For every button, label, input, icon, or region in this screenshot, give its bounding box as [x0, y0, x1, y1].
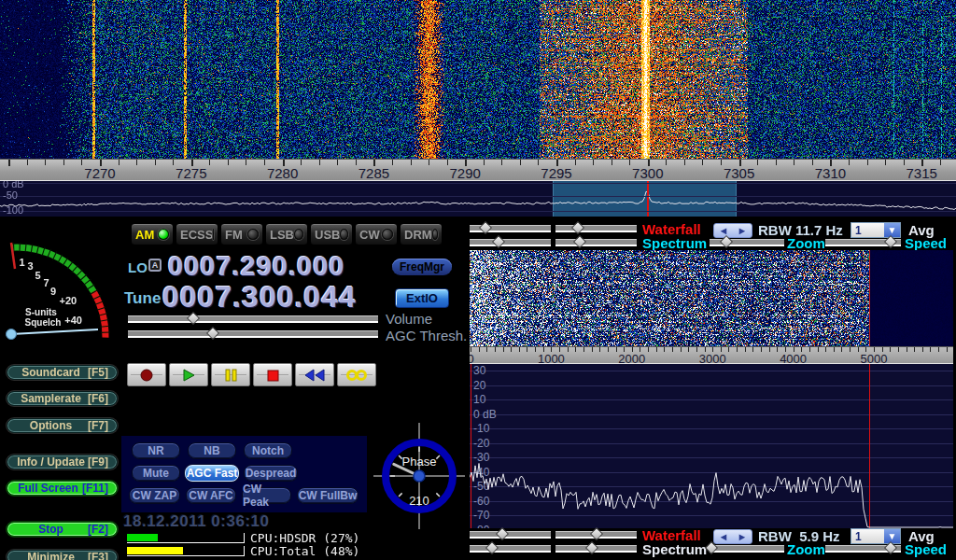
phase-indicator[interactable]: Phase210 [373, 423, 465, 529]
scale-tick [940, 160, 941, 165]
nb-button[interactable]: NB [188, 442, 236, 459]
cw-fullbw-button[interactable]: CW FullBw [297, 487, 358, 504]
scale-tick [752, 347, 753, 352]
rbw-spin-control[interactable]: ◄► [713, 223, 752, 238]
mute-button[interactable]: Mute [132, 465, 180, 482]
db-gridline [0, 183, 956, 184]
record-button[interactable] [127, 363, 166, 386]
scale-tick [173, 160, 174, 165]
lo-mode-badge[interactable]: A [148, 259, 162, 272]
mode-button-lsb[interactable]: LSB [265, 223, 308, 245]
mode-button-am[interactable]: AM [131, 223, 174, 245]
scale-label: 7295 [541, 165, 571, 181]
contrast-slider-2[interactable] [470, 239, 551, 246]
brightness-slider[interactable] [555, 531, 637, 539]
scale-tick [27, 160, 28, 165]
speed-slider[interactable] [825, 239, 901, 246]
full-screen-button[interactable]: Full Screen[F11] [7, 481, 118, 496]
despread-button[interactable]: Despread [244, 465, 298, 482]
pause-button[interactable] [211, 363, 250, 386]
speed-label: Speed [905, 235, 947, 251]
scale-tick [890, 347, 891, 352]
chevron-down-icon[interactable]: ▼ [884, 223, 900, 237]
spectrum-label: Spectrum [642, 235, 707, 251]
arrow-left-icon[interactable]: ◄ [719, 225, 729, 236]
scale-tick [907, 347, 907, 352]
scale-label: 2000 [618, 352, 645, 364]
mode-button-row: AMECSSFMLSBUSBCWDRM [0, 223, 467, 245]
audio-spectrum-trace [470, 364, 953, 528]
arrow-left-icon[interactable]: ◄ [719, 531, 729, 542]
scale-tick [527, 347, 527, 352]
mode-button-usb[interactable]: USB [310, 223, 353, 245]
audio-spectrum-display[interactable]: 3020100 dB-10-20-30-40-50-60-70-80 [470, 364, 953, 528]
scale-tick [520, 160, 521, 165]
scale-tick [947, 347, 948, 352]
rf-spectrum-display[interactable]: 0 dB-50-100 [0, 181, 956, 217]
cw-zap-button[interactable]: CW ZAP [129, 487, 180, 504]
play-button[interactable] [169, 363, 208, 386]
speed-slider[interactable] [825, 545, 901, 553]
contrast-slider[interactable] [470, 225, 551, 232]
loop-button[interactable] [337, 363, 376, 386]
freqmgr-button[interactable]: FreqMgr [392, 259, 452, 275]
tune-frequency-display[interactable]: 0007.300.044 [162, 280, 357, 315]
audio-frequency-scale[interactable]: 010002000300040005000 [470, 346, 953, 364]
rf-waterfall-display[interactable] [0, 0, 956, 159]
spectrum-label: Spectrum [642, 541, 707, 557]
avg-select[interactable]: 1▼ [851, 222, 901, 238]
nr-button[interactable]: NR [132, 442, 180, 459]
scale-tick [904, 160, 905, 165]
rbw-spin-control[interactable]: ◄► [713, 529, 752, 544]
svg-text:210: 210 [409, 494, 429, 508]
scale-tick [702, 160, 703, 165]
volume-slider[interactable] [128, 315, 378, 323]
avg-select[interactable]: 1▼ [851, 528, 901, 544]
info-update-button[interactable]: Info / Update[F9] [7, 455, 118, 469]
speed-label: Speed [905, 541, 947, 557]
brightness-slider-2[interactable] [555, 239, 637, 246]
contrast-slider[interactable] [470, 531, 551, 539]
mode-button-cw[interactable]: CW [355, 223, 398, 245]
cw-peak-button[interactable]: CW Peak [242, 487, 291, 504]
extio-button[interactable]: ExtIO [395, 288, 449, 308]
svg-text:3: 3 [27, 260, 33, 272]
cw-afc-button[interactable]: CW AFC [186, 487, 236, 504]
scale-tick [319, 160, 320, 165]
scale-tick [519, 347, 520, 352]
stop-button[interactable] [253, 363, 292, 386]
options-button[interactable]: Options[F7] [7, 418, 118, 433]
arrow-right-icon[interactable]: ► [738, 531, 748, 542]
rewind-button[interactable] [295, 363, 334, 386]
scale-tick [825, 347, 826, 352]
contrast-slider-2[interactable] [470, 545, 551, 553]
rf-frequency-scale[interactable]: 7270727572807285729072957300730573107315 [0, 159, 956, 181]
stop-button[interactable]: Stop[F2] [7, 522, 118, 537]
chevron-down-icon[interactable]: ▼ [884, 529, 900, 543]
soundcard-button[interactable]: Soundcard[F5] [7, 365, 118, 380]
zoom-slider[interactable] [710, 239, 784, 246]
brightness-slider[interactable] [555, 225, 637, 232]
mode-button-fm[interactable]: FM [220, 223, 263, 245]
audio-waterfall-display[interactable] [470, 250, 953, 346]
scale-tick [246, 160, 246, 165]
arrow-right-icon[interactable]: ► [738, 225, 748, 236]
agc-fast-button[interactable]: AGC Fast [185, 465, 239, 482]
cpu-bar [127, 546, 245, 556]
zoom-slider[interactable] [710, 545, 784, 553]
samplerate-button[interactable]: Samplerate[F6] [7, 391, 118, 406]
mode-button-ecss[interactable]: ECSS [176, 223, 218, 245]
lo-frequency-display[interactable]: 0007.290.000 [168, 251, 344, 282]
mode-led [382, 229, 393, 240]
minimize-button[interactable]: Minimize[F3] [7, 550, 118, 560]
loop-icon [345, 368, 368, 383]
notch-button[interactable]: Notch [244, 442, 292, 459]
db-gridline [0, 196, 956, 197]
brightness-slider-2[interactable] [555, 545, 637, 553]
mode-led [432, 229, 438, 240]
scale-tick [728, 347, 729, 352]
mode-button-drm[interactable]: DRM [400, 223, 443, 245]
agc-threshold-slider[interactable] [128, 330, 378, 338]
mode-led [247, 229, 259, 240]
scale-tick [757, 160, 758, 165]
